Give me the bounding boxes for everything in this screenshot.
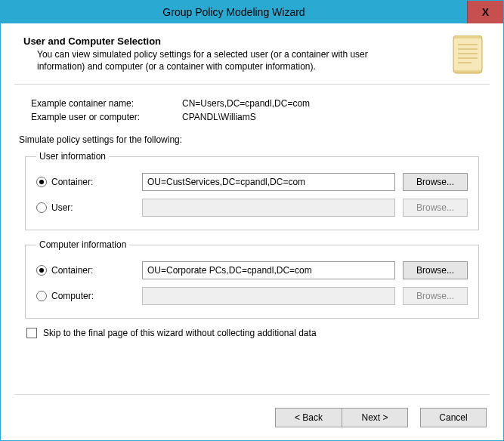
computer-container-row: Container: OU=Corporate PCs,DC=cpandl,DC… — [36, 258, 468, 283]
user-container-row: Container: OU=CustServices,DC=cpandl,DC=… — [36, 169, 468, 195]
user-container-radio-label: Container: — [51, 177, 93, 187]
example-user-value: CPANDL\WilliamS — [182, 112, 256, 122]
computer-information-group: Computer information Container: OU=Corpo… — [25, 239, 479, 319]
example-user-label: Example user or computer: — [31, 112, 182, 122]
skip-row: Skip to the final page of this wizard wi… — [26, 328, 478, 338]
simulate-label: Simulate policy settings for the followi… — [19, 134, 485, 145]
next-button[interactable]: Next > — [342, 408, 408, 427]
user-user-radio-wrap[interactable]: User: — [36, 202, 135, 213]
svg-rect-0 — [453, 37, 482, 72]
example-container-row: Example container name: CN=Users,DC=cpan… — [31, 98, 485, 109]
close-button[interactable]: X — [467, 1, 503, 23]
example-user-row: Example user or computer: CPANDL\William… — [31, 112, 485, 122]
user-user-radio-label: User: — [51, 202, 73, 213]
computer-container-radio[interactable] — [36, 265, 47, 276]
back-button[interactable]: < Back — [275, 408, 342, 427]
computer-computer-radio-label: Computer: — [51, 291, 94, 301]
skip-checkbox[interactable] — [26, 328, 37, 338]
computer-container-browse-button[interactable]: Browse... — [403, 261, 468, 279]
computer-computer-radio-wrap[interactable]: Computer: — [36, 291, 135, 301]
user-user-input — [142, 199, 395, 217]
example-container-label: Example container name: — [31, 98, 182, 109]
user-container-radio-wrap[interactable]: Container: — [36, 177, 135, 187]
computer-container-radio-label: Container: — [51, 265, 93, 276]
page-description: You can view simulated policy settings f… — [23, 48, 416, 72]
user-information-legend: User information — [36, 151, 109, 162]
computer-container-input[interactable]: OU=Corporate PCs,DC=cpandl,DC=com — [142, 261, 395, 279]
computer-computer-browse-button: Browse... — [403, 287, 468, 305]
computer-computer-radio[interactable] — [36, 291, 47, 301]
user-container-input[interactable]: OU=CustServices,DC=cpandl,DC=com — [142, 173, 395, 191]
skip-label: Skip to the final page of this wizard wi… — [43, 328, 317, 338]
user-user-radio[interactable] — [36, 202, 47, 213]
computer-computer-input — [142, 287, 395, 305]
wizard-window: Group Policy Modeling Wizard X User and … — [0, 0, 504, 441]
user-user-browse-button: Browse... — [403, 199, 468, 217]
titlebar: Group Policy Modeling Wizard X — [1, 1, 503, 23]
close-icon: X — [482, 6, 489, 18]
wizard-body: Example container name: CN=Users,DC=cpan… — [1, 85, 503, 382]
computer-container-radio-wrap[interactable]: Container: — [36, 265, 135, 276]
user-container-radio[interactable] — [36, 177, 47, 187]
scroll-icon — [449, 35, 487, 75]
header-text: User and Computer Selection You can view… — [23, 35, 440, 72]
page-title: User and Computer Selection — [23, 35, 440, 47]
cancel-button[interactable]: Cancel — [420, 408, 487, 427]
content-area: User and Computer Selection You can view… — [1, 23, 503, 440]
user-container-browse-button[interactable]: Browse... — [403, 173, 468, 191]
wizard-footer: < Back Next > Cancel — [1, 395, 503, 440]
user-information-group: User information Container: OU=CustServi… — [25, 151, 479, 230]
window-title: Group Policy Modeling Wizard — [1, 1, 467, 23]
page-header: User and Computer Selection You can view… — [1, 23, 503, 82]
user-user-row: User: Browse... — [36, 195, 468, 220]
computer-information-legend: Computer information — [36, 239, 129, 250]
computer-computer-row: Computer: Browse... — [36, 283, 468, 309]
example-container-value: CN=Users,DC=cpandl,DC=com — [182, 98, 310, 109]
